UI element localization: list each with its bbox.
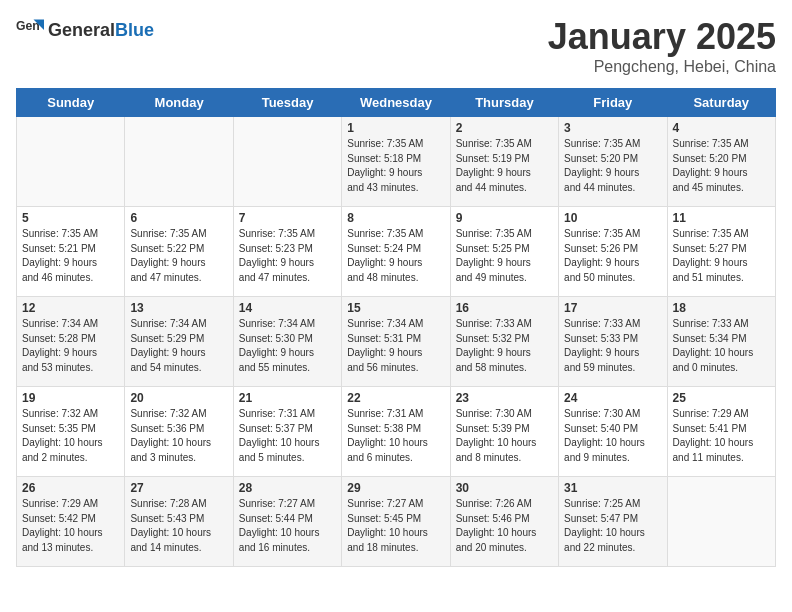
day-info: Sunrise: 7:31 AM Sunset: 5:37 PM Dayligh… [239, 407, 336, 465]
calendar-table: SundayMondayTuesdayWednesdayThursdayFrid… [16, 88, 776, 567]
calendar-cell: 21Sunrise: 7:31 AM Sunset: 5:37 PM Dayli… [233, 387, 341, 477]
day-info: Sunrise: 7:35 AM Sunset: 5:23 PM Dayligh… [239, 227, 336, 285]
day-number: 5 [22, 211, 119, 225]
weekday-header-wednesday: Wednesday [342, 89, 450, 117]
day-info: Sunrise: 7:35 AM Sunset: 5:25 PM Dayligh… [456, 227, 553, 285]
day-number: 3 [564, 121, 661, 135]
calendar-cell: 27Sunrise: 7:28 AM Sunset: 5:43 PM Dayli… [125, 477, 233, 567]
day-number: 31 [564, 481, 661, 495]
calendar-cell: 24Sunrise: 7:30 AM Sunset: 5:40 PM Dayli… [559, 387, 667, 477]
day-info: Sunrise: 7:35 AM Sunset: 5:19 PM Dayligh… [456, 137, 553, 195]
day-number: 20 [130, 391, 227, 405]
logo-text-blue: Blue [115, 20, 154, 40]
day-info: Sunrise: 7:34 AM Sunset: 5:28 PM Dayligh… [22, 317, 119, 375]
calendar-cell: 19Sunrise: 7:32 AM Sunset: 5:35 PM Dayli… [17, 387, 125, 477]
day-info: Sunrise: 7:35 AM Sunset: 5:24 PM Dayligh… [347, 227, 444, 285]
day-info: Sunrise: 7:27 AM Sunset: 5:45 PM Dayligh… [347, 497, 444, 555]
calendar-cell: 26Sunrise: 7:29 AM Sunset: 5:42 PM Dayli… [17, 477, 125, 567]
day-number: 6 [130, 211, 227, 225]
day-number: 22 [347, 391, 444, 405]
weekday-header-thursday: Thursday [450, 89, 558, 117]
day-info: Sunrise: 7:34 AM Sunset: 5:31 PM Dayligh… [347, 317, 444, 375]
header: Gen GeneralBlue January 2025 Pengcheng, … [16, 16, 776, 76]
day-number: 9 [456, 211, 553, 225]
month-title: January 2025 [548, 16, 776, 58]
week-row-1: 5Sunrise: 7:35 AM Sunset: 5:21 PM Daylig… [17, 207, 776, 297]
day-number: 4 [673, 121, 770, 135]
calendar-cell: 3Sunrise: 7:35 AM Sunset: 5:20 PM Daylig… [559, 117, 667, 207]
day-number: 30 [456, 481, 553, 495]
day-number: 24 [564, 391, 661, 405]
day-number: 8 [347, 211, 444, 225]
day-info: Sunrise: 7:31 AM Sunset: 5:38 PM Dayligh… [347, 407, 444, 465]
day-number: 27 [130, 481, 227, 495]
day-info: Sunrise: 7:28 AM Sunset: 5:43 PM Dayligh… [130, 497, 227, 555]
day-number: 23 [456, 391, 553, 405]
logo: Gen GeneralBlue [16, 16, 154, 44]
calendar-cell: 12Sunrise: 7:34 AM Sunset: 5:28 PM Dayli… [17, 297, 125, 387]
day-number: 2 [456, 121, 553, 135]
day-number: 17 [564, 301, 661, 315]
day-number: 21 [239, 391, 336, 405]
calendar-cell: 30Sunrise: 7:26 AM Sunset: 5:46 PM Dayli… [450, 477, 558, 567]
calendar-cell: 11Sunrise: 7:35 AM Sunset: 5:27 PM Dayli… [667, 207, 775, 297]
weekday-header-monday: Monday [125, 89, 233, 117]
calendar-cell: 23Sunrise: 7:30 AM Sunset: 5:39 PM Dayli… [450, 387, 558, 477]
week-row-4: 26Sunrise: 7:29 AM Sunset: 5:42 PM Dayli… [17, 477, 776, 567]
weekday-header-row: SundayMondayTuesdayWednesdayThursdayFrid… [17, 89, 776, 117]
calendar-cell: 10Sunrise: 7:35 AM Sunset: 5:26 PM Dayli… [559, 207, 667, 297]
day-info: Sunrise: 7:26 AM Sunset: 5:46 PM Dayligh… [456, 497, 553, 555]
day-info: Sunrise: 7:30 AM Sunset: 5:40 PM Dayligh… [564, 407, 661, 465]
day-info: Sunrise: 7:35 AM Sunset: 5:20 PM Dayligh… [564, 137, 661, 195]
calendar-cell [125, 117, 233, 207]
calendar-cell: 7Sunrise: 7:35 AM Sunset: 5:23 PM Daylig… [233, 207, 341, 297]
calendar-cell [17, 117, 125, 207]
day-info: Sunrise: 7:35 AM Sunset: 5:22 PM Dayligh… [130, 227, 227, 285]
calendar-cell [667, 477, 775, 567]
week-row-3: 19Sunrise: 7:32 AM Sunset: 5:35 PM Dayli… [17, 387, 776, 477]
day-info: Sunrise: 7:32 AM Sunset: 5:35 PM Dayligh… [22, 407, 119, 465]
weekday-header-sunday: Sunday [17, 89, 125, 117]
weekday-header-saturday: Saturday [667, 89, 775, 117]
calendar-cell: 13Sunrise: 7:34 AM Sunset: 5:29 PM Dayli… [125, 297, 233, 387]
week-row-2: 12Sunrise: 7:34 AM Sunset: 5:28 PM Dayli… [17, 297, 776, 387]
calendar-cell: 2Sunrise: 7:35 AM Sunset: 5:19 PM Daylig… [450, 117, 558, 207]
day-info: Sunrise: 7:35 AM Sunset: 5:21 PM Dayligh… [22, 227, 119, 285]
logo-text-general: General [48, 20, 115, 40]
calendar-cell: 5Sunrise: 7:35 AM Sunset: 5:21 PM Daylig… [17, 207, 125, 297]
day-info: Sunrise: 7:33 AM Sunset: 5:32 PM Dayligh… [456, 317, 553, 375]
day-number: 10 [564, 211, 661, 225]
day-info: Sunrise: 7:33 AM Sunset: 5:33 PM Dayligh… [564, 317, 661, 375]
calendar-cell: 18Sunrise: 7:33 AM Sunset: 5:34 PM Dayli… [667, 297, 775, 387]
calendar-cell: 4Sunrise: 7:35 AM Sunset: 5:20 PM Daylig… [667, 117, 775, 207]
calendar-cell: 28Sunrise: 7:27 AM Sunset: 5:44 PM Dayli… [233, 477, 341, 567]
day-info: Sunrise: 7:33 AM Sunset: 5:34 PM Dayligh… [673, 317, 770, 375]
day-number: 7 [239, 211, 336, 225]
calendar-cell: 1Sunrise: 7:35 AM Sunset: 5:18 PM Daylig… [342, 117, 450, 207]
calendar-cell: 15Sunrise: 7:34 AM Sunset: 5:31 PM Dayli… [342, 297, 450, 387]
day-info: Sunrise: 7:34 AM Sunset: 5:30 PM Dayligh… [239, 317, 336, 375]
day-info: Sunrise: 7:29 AM Sunset: 5:41 PM Dayligh… [673, 407, 770, 465]
day-info: Sunrise: 7:35 AM Sunset: 5:27 PM Dayligh… [673, 227, 770, 285]
calendar-cell: 6Sunrise: 7:35 AM Sunset: 5:22 PM Daylig… [125, 207, 233, 297]
day-number: 1 [347, 121, 444, 135]
week-row-0: 1Sunrise: 7:35 AM Sunset: 5:18 PM Daylig… [17, 117, 776, 207]
day-info: Sunrise: 7:25 AM Sunset: 5:47 PM Dayligh… [564, 497, 661, 555]
calendar-cell: 29Sunrise: 7:27 AM Sunset: 5:45 PM Dayli… [342, 477, 450, 567]
day-number: 16 [456, 301, 553, 315]
calendar-cell: 25Sunrise: 7:29 AM Sunset: 5:41 PM Dayli… [667, 387, 775, 477]
day-info: Sunrise: 7:35 AM Sunset: 5:18 PM Dayligh… [347, 137, 444, 195]
day-number: 12 [22, 301, 119, 315]
day-info: Sunrise: 7:35 AM Sunset: 5:20 PM Dayligh… [673, 137, 770, 195]
day-info: Sunrise: 7:35 AM Sunset: 5:26 PM Dayligh… [564, 227, 661, 285]
day-number: 19 [22, 391, 119, 405]
logo-icon: Gen [16, 16, 44, 44]
day-number: 26 [22, 481, 119, 495]
location-title: Pengcheng, Hebei, China [548, 58, 776, 76]
weekday-header-tuesday: Tuesday [233, 89, 341, 117]
calendar-cell: 9Sunrise: 7:35 AM Sunset: 5:25 PM Daylig… [450, 207, 558, 297]
calendar-cell: 20Sunrise: 7:32 AM Sunset: 5:36 PM Dayli… [125, 387, 233, 477]
day-info: Sunrise: 7:27 AM Sunset: 5:44 PM Dayligh… [239, 497, 336, 555]
calendar-cell: 22Sunrise: 7:31 AM Sunset: 5:38 PM Dayli… [342, 387, 450, 477]
calendar-cell: 16Sunrise: 7:33 AM Sunset: 5:32 PM Dayli… [450, 297, 558, 387]
